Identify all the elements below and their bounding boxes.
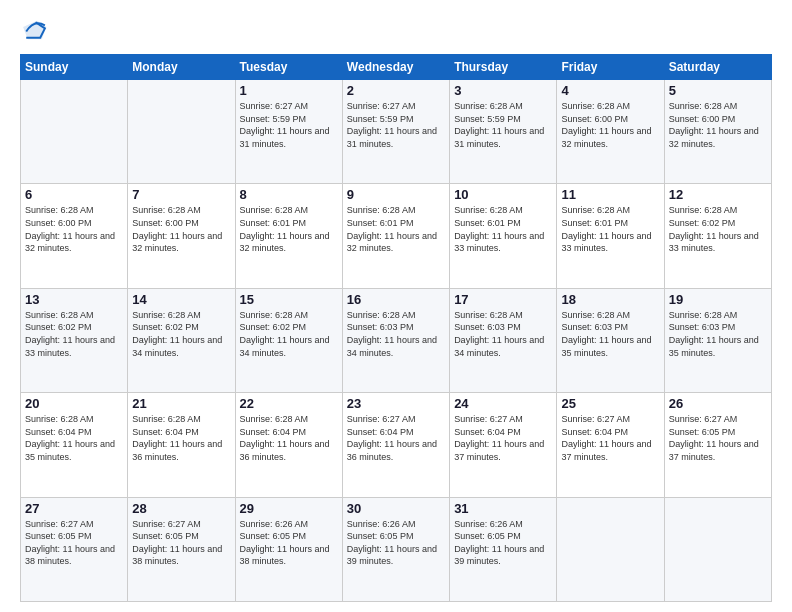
day-info: Sunrise: 6:28 AM Sunset: 6:01 PM Dayligh… <box>347 204 445 254</box>
day-info: Sunrise: 6:28 AM Sunset: 6:00 PM Dayligh… <box>669 100 767 150</box>
calendar-cell: 11Sunrise: 6:28 AM Sunset: 6:01 PM Dayli… <box>557 184 664 288</box>
day-number: 28 <box>132 501 230 516</box>
day-info: Sunrise: 6:27 AM Sunset: 5:59 PM Dayligh… <box>347 100 445 150</box>
day-number: 22 <box>240 396 338 411</box>
day-info: Sunrise: 6:28 AM Sunset: 6:04 PM Dayligh… <box>25 413 123 463</box>
day-info: Sunrise: 6:26 AM Sunset: 6:05 PM Dayligh… <box>454 518 552 568</box>
day-number: 30 <box>347 501 445 516</box>
day-number: 15 <box>240 292 338 307</box>
calendar-cell: 20Sunrise: 6:28 AM Sunset: 6:04 PM Dayli… <box>21 393 128 497</box>
day-number: 2 <box>347 83 445 98</box>
day-number: 5 <box>669 83 767 98</box>
day-info: Sunrise: 6:28 AM Sunset: 6:02 PM Dayligh… <box>25 309 123 359</box>
day-info: Sunrise: 6:27 AM Sunset: 5:59 PM Dayligh… <box>240 100 338 150</box>
calendar-cell: 19Sunrise: 6:28 AM Sunset: 6:03 PM Dayli… <box>664 288 771 392</box>
calendar-cell: 1Sunrise: 6:27 AM Sunset: 5:59 PM Daylig… <box>235 80 342 184</box>
week-row-1: 6Sunrise: 6:28 AM Sunset: 6:00 PM Daylig… <box>21 184 772 288</box>
day-info: Sunrise: 6:28 AM Sunset: 6:03 PM Dayligh… <box>561 309 659 359</box>
week-row-0: 1Sunrise: 6:27 AM Sunset: 5:59 PM Daylig… <box>21 80 772 184</box>
day-number: 12 <box>669 187 767 202</box>
header <box>20 16 772 44</box>
day-number: 11 <box>561 187 659 202</box>
day-info: Sunrise: 6:28 AM Sunset: 6:01 PM Dayligh… <box>561 204 659 254</box>
calendar-cell: 21Sunrise: 6:28 AM Sunset: 6:04 PM Dayli… <box>128 393 235 497</box>
day-info: Sunrise: 6:28 AM Sunset: 6:02 PM Dayligh… <box>669 204 767 254</box>
calendar-cell: 12Sunrise: 6:28 AM Sunset: 6:02 PM Dayli… <box>664 184 771 288</box>
day-info: Sunrise: 6:28 AM Sunset: 6:02 PM Dayligh… <box>132 309 230 359</box>
day-info: Sunrise: 6:27 AM Sunset: 6:04 PM Dayligh… <box>454 413 552 463</box>
page: SundayMondayTuesdayWednesdayThursdayFrid… <box>0 0 792 612</box>
day-number: 6 <box>25 187 123 202</box>
day-number: 27 <box>25 501 123 516</box>
day-number: 19 <box>669 292 767 307</box>
day-number: 9 <box>347 187 445 202</box>
day-info: Sunrise: 6:28 AM Sunset: 6:01 PM Dayligh… <box>454 204 552 254</box>
calendar-cell: 28Sunrise: 6:27 AM Sunset: 6:05 PM Dayli… <box>128 497 235 601</box>
day-number: 24 <box>454 396 552 411</box>
calendar-cell: 5Sunrise: 6:28 AM Sunset: 6:00 PM Daylig… <box>664 80 771 184</box>
calendar-cell: 7Sunrise: 6:28 AM Sunset: 6:00 PM Daylig… <box>128 184 235 288</box>
day-header-wednesday: Wednesday <box>342 55 449 80</box>
day-info: Sunrise: 6:27 AM Sunset: 6:05 PM Dayligh… <box>132 518 230 568</box>
calendar-cell: 31Sunrise: 6:26 AM Sunset: 6:05 PM Dayli… <box>450 497 557 601</box>
day-number: 13 <box>25 292 123 307</box>
day-info: Sunrise: 6:28 AM Sunset: 6:03 PM Dayligh… <box>347 309 445 359</box>
week-row-2: 13Sunrise: 6:28 AM Sunset: 6:02 PM Dayli… <box>21 288 772 392</box>
day-header-friday: Friday <box>557 55 664 80</box>
day-number: 3 <box>454 83 552 98</box>
week-row-4: 27Sunrise: 6:27 AM Sunset: 6:05 PM Dayli… <box>21 497 772 601</box>
day-number: 4 <box>561 83 659 98</box>
day-header-sunday: Sunday <box>21 55 128 80</box>
day-number: 10 <box>454 187 552 202</box>
day-number: 26 <box>669 396 767 411</box>
calendar-cell: 2Sunrise: 6:27 AM Sunset: 5:59 PM Daylig… <box>342 80 449 184</box>
day-number: 8 <box>240 187 338 202</box>
day-info: Sunrise: 6:28 AM Sunset: 5:59 PM Dayligh… <box>454 100 552 150</box>
day-header-thursday: Thursday <box>450 55 557 80</box>
day-number: 21 <box>132 396 230 411</box>
calendar-cell: 13Sunrise: 6:28 AM Sunset: 6:02 PM Dayli… <box>21 288 128 392</box>
logo-icon <box>20 16 48 44</box>
day-info: Sunrise: 6:27 AM Sunset: 6:05 PM Dayligh… <box>25 518 123 568</box>
day-info: Sunrise: 6:28 AM Sunset: 6:04 PM Dayligh… <box>240 413 338 463</box>
day-number: 23 <box>347 396 445 411</box>
calendar-cell <box>664 497 771 601</box>
day-number: 31 <box>454 501 552 516</box>
day-info: Sunrise: 6:27 AM Sunset: 6:04 PM Dayligh… <box>561 413 659 463</box>
day-info: Sunrise: 6:28 AM Sunset: 6:04 PM Dayligh… <box>132 413 230 463</box>
day-info: Sunrise: 6:27 AM Sunset: 6:04 PM Dayligh… <box>347 413 445 463</box>
day-header-tuesday: Tuesday <box>235 55 342 80</box>
day-number: 29 <box>240 501 338 516</box>
calendar-cell: 24Sunrise: 6:27 AM Sunset: 6:04 PM Dayli… <box>450 393 557 497</box>
header-row: SundayMondayTuesdayWednesdayThursdayFrid… <box>21 55 772 80</box>
day-info: Sunrise: 6:26 AM Sunset: 6:05 PM Dayligh… <box>240 518 338 568</box>
calendar-cell: 27Sunrise: 6:27 AM Sunset: 6:05 PM Dayli… <box>21 497 128 601</box>
calendar-cell: 26Sunrise: 6:27 AM Sunset: 6:05 PM Dayli… <box>664 393 771 497</box>
calendar-cell: 18Sunrise: 6:28 AM Sunset: 6:03 PM Dayli… <box>557 288 664 392</box>
day-info: Sunrise: 6:28 AM Sunset: 6:03 PM Dayligh… <box>669 309 767 359</box>
day-number: 25 <box>561 396 659 411</box>
calendar-cell: 25Sunrise: 6:27 AM Sunset: 6:04 PM Dayli… <box>557 393 664 497</box>
day-info: Sunrise: 6:27 AM Sunset: 6:05 PM Dayligh… <box>669 413 767 463</box>
day-number: 1 <box>240 83 338 98</box>
day-info: Sunrise: 6:28 AM Sunset: 6:00 PM Dayligh… <box>561 100 659 150</box>
day-number: 7 <box>132 187 230 202</box>
calendar-cell: 10Sunrise: 6:28 AM Sunset: 6:01 PM Dayli… <box>450 184 557 288</box>
calendar-cell: 23Sunrise: 6:27 AM Sunset: 6:04 PM Dayli… <box>342 393 449 497</box>
day-info: Sunrise: 6:28 AM Sunset: 6:00 PM Dayligh… <box>25 204 123 254</box>
calendar-cell <box>21 80 128 184</box>
day-number: 16 <box>347 292 445 307</box>
day-header-monday: Monday <box>128 55 235 80</box>
calendar-cell: 8Sunrise: 6:28 AM Sunset: 6:01 PM Daylig… <box>235 184 342 288</box>
calendar-cell: 29Sunrise: 6:26 AM Sunset: 6:05 PM Dayli… <box>235 497 342 601</box>
calendar-cell <box>128 80 235 184</box>
day-info: Sunrise: 6:28 AM Sunset: 6:03 PM Dayligh… <box>454 309 552 359</box>
calendar-table: SundayMondayTuesdayWednesdayThursdayFrid… <box>20 54 772 602</box>
calendar-cell: 4Sunrise: 6:28 AM Sunset: 6:00 PM Daylig… <box>557 80 664 184</box>
day-number: 17 <box>454 292 552 307</box>
calendar-cell: 16Sunrise: 6:28 AM Sunset: 6:03 PM Dayli… <box>342 288 449 392</box>
day-info: Sunrise: 6:26 AM Sunset: 6:05 PM Dayligh… <box>347 518 445 568</box>
day-info: Sunrise: 6:28 AM Sunset: 6:01 PM Dayligh… <box>240 204 338 254</box>
calendar-cell: 30Sunrise: 6:26 AM Sunset: 6:05 PM Dayli… <box>342 497 449 601</box>
calendar-cell: 15Sunrise: 6:28 AM Sunset: 6:02 PM Dayli… <box>235 288 342 392</box>
